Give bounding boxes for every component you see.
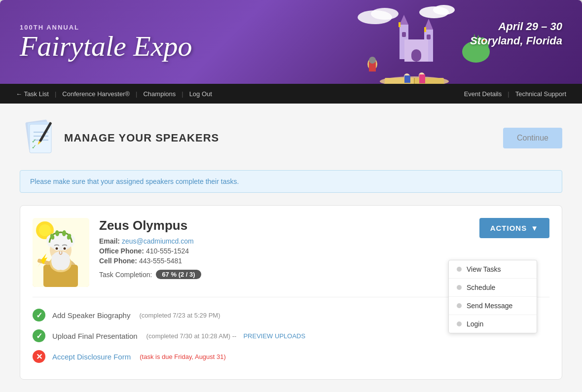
- svg-point-3: [433, 5, 455, 15]
- dot-icon: [457, 321, 462, 326]
- task-meta: (completed 7/30 at 10:28 AM) --: [146, 332, 237, 340]
- actions-dropdown: View Tasks Schedule Send Message Lo: [448, 260, 537, 333]
- continue-button[interactable]: Continue: [503, 128, 562, 148]
- svg-text:✓: ✓: [32, 143, 36, 150]
- task-name: Add Speaker Biography: [52, 311, 130, 320]
- task-item-disclosure: ✕ Accept Disclosure Form (task is due Fr…: [33, 346, 549, 367]
- task-disclosure-link[interactable]: Accept Disclosure Form: [52, 353, 131, 361]
- dropdown-send-message[interactable]: Send Message: [449, 297, 537, 315]
- nav-event-details[interactable]: Event Details: [458, 90, 508, 98]
- svg-rect-12: [402, 32, 406, 37]
- dot-icon: [457, 303, 462, 308]
- notebook-icon: ✓ ✓: [20, 118, 54, 158]
- header-banner: 100TH ANNUAL Fairytale Expo April 29 – 3…: [0, 0, 582, 84]
- actions-container: ACTIONS ▼ View Tasks Schedule: [479, 218, 549, 238]
- page-title: MANAGE YOUR SPEAKERS: [64, 132, 219, 144]
- svg-point-23: [369, 57, 376, 64]
- speaker-avatar: [33, 218, 89, 287]
- chevron-down-icon: ▼: [531, 224, 539, 232]
- task-success-icon: ✓: [33, 329, 45, 342]
- task-meta: (completed 7/23 at 5:29 PM): [139, 312, 220, 319]
- svg-point-44: [39, 224, 51, 236]
- nav-task-list[interactable]: ← Task List: [10, 90, 55, 98]
- dot-icon: [457, 267, 462, 272]
- app-wrapper: 100TH ANNUAL Fairytale Expo April 29 – 3…: [0, 0, 582, 392]
- speaker-email: Email: zeus@cadmiumcd.com: [99, 237, 470, 245]
- svg-point-55: [56, 248, 58, 250]
- nav-technical-support[interactable]: Technical Support: [509, 90, 572, 98]
- preview-uploads-link[interactable]: PREVIEW UPLOADS: [243, 332, 305, 340]
- svg-rect-13: [427, 35, 431, 39]
- actions-button[interactable]: ACTIONS ▼: [479, 218, 549, 238]
- main-content: ✓ ✓ MANAGE YOUR SPEAKERS Continue Please…: [0, 104, 582, 392]
- header-title: Fairytale Expo: [20, 32, 192, 61]
- speaker-info: Zeus Olympus Email: zeus@cadmiumcd.com O…: [99, 218, 470, 279]
- task-name: Upload Final Presentation: [52, 332, 138, 340]
- speaker-name: Zeus Olympus: [99, 218, 470, 233]
- header-date: April 29 – 30 Storyland, Florida: [470, 20, 562, 48]
- task-completion: Task Completion: 67 % (2 / 3): [99, 270, 470, 279]
- svg-rect-31: [419, 74, 425, 83]
- dropdown-schedule[interactable]: Schedule: [449, 279, 537, 297]
- task-error-icon: ✕: [33, 350, 45, 363]
- speaker-cell-phone: Cell Phone: 443-555-5481: [99, 257, 470, 265]
- nav-log-out[interactable]: Log Out: [183, 90, 218, 98]
- dropdown-view-tasks[interactable]: View Tasks: [449, 260, 537, 279]
- info-box: Please make sure that your assigned spea…: [20, 170, 562, 193]
- info-message: Please make sure that your assigned spea…: [30, 178, 239, 185]
- header-text: 100TH ANNUAL Fairytale Expo: [20, 24, 192, 61]
- task-success-icon: ✓: [33, 309, 45, 321]
- svg-rect-29: [404, 75, 410, 83]
- svg-point-56: [64, 248, 66, 250]
- dropdown-login[interactable]: Login: [449, 315, 537, 333]
- speaker-card: Zeus Olympus Email: zeus@cadmiumcd.com O…: [20, 205, 562, 380]
- nav-bar: ← Task List | Conference Harvester® | Ch…: [0, 84, 582, 104]
- page-header-left: ✓ ✓ MANAGE YOUR SPEAKERS: [20, 118, 219, 158]
- task-progress-pill: 67 % (2 / 3): [156, 270, 201, 279]
- nav-conference-harvester[interactable]: Conference Harvester®: [56, 90, 136, 98]
- svg-point-1: [371, 8, 399, 20]
- nav-champions[interactable]: Champions: [137, 90, 182, 98]
- nav-left: ← Task List | Conference Harvester® | Ch…: [10, 90, 218, 98]
- task-due-date: (task is due Friday, August 31): [140, 353, 226, 360]
- dot-icon: [457, 285, 462, 290]
- nav-right: Event Details | Technical Support: [458, 90, 572, 98]
- page-header: ✓ ✓ MANAGE YOUR SPEAKERS Continue: [20, 118, 562, 158]
- speaker-email-link[interactable]: zeus@cadmiumcd.com: [122, 237, 194, 245]
- svg-rect-26: [414, 78, 444, 84]
- svg-marker-8: [400, 15, 408, 25]
- svg-rect-10: [399, 22, 400, 27]
- speaker-card-top: Zeus Olympus Email: zeus@cadmiumcd.com O…: [33, 218, 549, 287]
- svg-rect-11: [424, 27, 426, 32]
- svg-rect-7: [411, 49, 421, 62]
- speaker-office-phone: Office Phone: 410-555-1524: [99, 247, 470, 255]
